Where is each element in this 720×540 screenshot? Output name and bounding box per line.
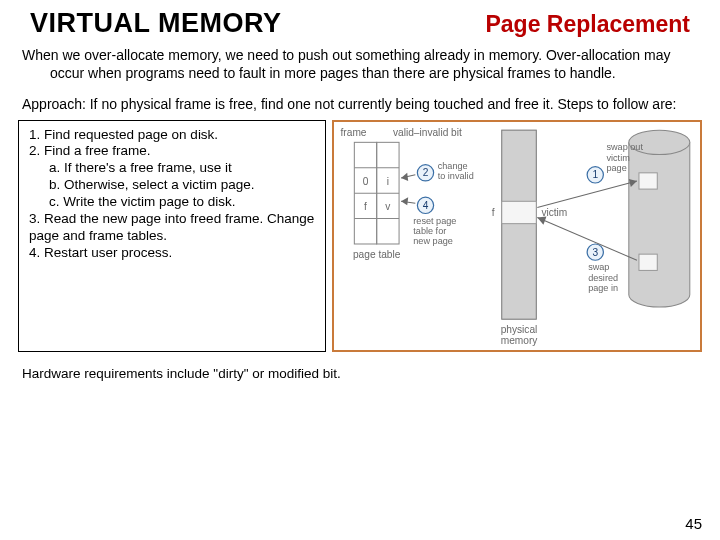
step-1: 1. Find requested page on disk. bbox=[27, 127, 317, 144]
paragraph-2: Approach: If no physical frame is free, … bbox=[22, 96, 698, 114]
svg-text:4: 4 bbox=[423, 199, 429, 210]
svg-rect-17 bbox=[639, 172, 657, 188]
page-number: 45 bbox=[685, 515, 702, 532]
step-4: 4. Restart user process. bbox=[27, 245, 317, 262]
svg-marker-10 bbox=[401, 172, 408, 180]
svg-text:1: 1 bbox=[592, 169, 598, 180]
physical-memory: f victim bbox=[492, 130, 568, 319]
hardware-note: Hardware requirements include "dirty" or… bbox=[22, 366, 700, 383]
svg-text:2: 2 bbox=[423, 167, 429, 178]
step-2c: c. Write the victim page to disk. bbox=[27, 194, 317, 211]
step-2: 2. Find a free frame. bbox=[27, 143, 317, 160]
svg-rect-14 bbox=[502, 201, 537, 223]
phys-mem-label: physicalmemory bbox=[501, 324, 539, 345]
svg-text:0: 0 bbox=[363, 176, 369, 187]
page-table-label: page table bbox=[353, 249, 401, 260]
paragraph-1: When we over-allocate memory, we need to… bbox=[22, 47, 698, 82]
diagram-svg: frame valid–invalid bit 0 i f v page tab… bbox=[334, 122, 700, 350]
col-frame-label: frame bbox=[341, 127, 367, 138]
steps-box: 1. Find requested page on disk. 2. Find … bbox=[18, 120, 326, 352]
page-title: VIRTUAL MEMORY bbox=[30, 8, 282, 39]
svg-text:f: f bbox=[364, 201, 367, 212]
change-label: changeto invalid bbox=[438, 160, 474, 180]
svg-marker-12 bbox=[401, 197, 408, 205]
svg-text:i: i bbox=[387, 176, 389, 187]
reset-label: reset pagetable fornew page bbox=[413, 215, 456, 245]
diagram: frame valid–invalid bit 0 i f v page tab… bbox=[332, 120, 702, 352]
svg-text:3: 3 bbox=[592, 246, 598, 257]
step-3: 3. Read the new page into freed frame. C… bbox=[27, 211, 317, 245]
victim-label: victim bbox=[541, 206, 567, 217]
page-table: 0 i f v bbox=[354, 142, 399, 244]
swap-in-label: swapdesiredpage in bbox=[588, 262, 618, 292]
svg-text:f: f bbox=[492, 206, 495, 217]
page-subtitle: Page Replacement bbox=[485, 11, 690, 38]
step-2b: b. Otherwise, select a victim page. bbox=[27, 177, 317, 194]
step-2a: a. If there's a free frame, use it bbox=[27, 160, 317, 177]
svg-rect-18 bbox=[639, 254, 657, 270]
disk-cylinder bbox=[629, 130, 690, 307]
col-valid-label: valid–invalid bit bbox=[393, 127, 462, 138]
svg-text:v: v bbox=[385, 201, 391, 212]
svg-rect-13 bbox=[502, 130, 537, 319]
